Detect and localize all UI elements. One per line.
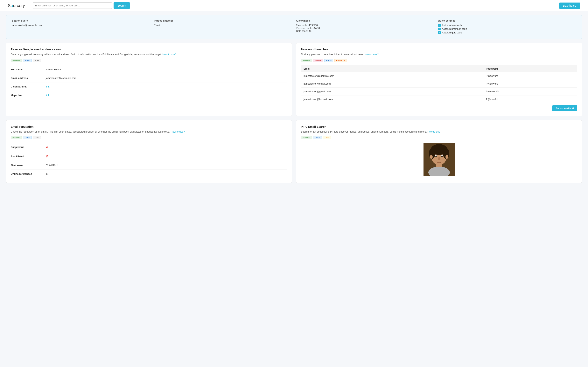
tag-free: Free <box>33 59 41 62</box>
email-address-row: Email address jamesfoster@example.com <box>11 74 287 83</box>
free-tools-value: Free tools: 439/500 <box>296 24 434 27</box>
svg-point-12 <box>430 155 433 159</box>
table-row: jamesfoster@example.com P@ssword <box>301 72 577 80</box>
allowances-label: Allowances <box>296 19 434 22</box>
tag-passive-pipl: Passive <box>301 136 312 139</box>
email-col-header: Email <box>301 65 483 72</box>
svg-point-11 <box>441 156 443 157</box>
maps-link-value[interactable]: link <box>46 94 50 97</box>
blacklisted-row: Blacklisted ✗ <box>11 152 287 161</box>
email-reputation-desc: Check the reputation of an email. Find f… <box>11 130 287 134</box>
tag-email-pipl: Email <box>313 136 322 139</box>
table-row: jamesfoster@email.com P@ssword <box>301 80 577 87</box>
breach-email-cell: jamesfoster@email.com <box>301 80 483 87</box>
gold-tools-value: Gold tools: 4/5 <box>296 30 434 33</box>
reverse-google-card: Reverse Google email address search Give… <box>6 43 292 116</box>
quick-settings-section: Quick settings ✓ Autorun free tools ✓ Au… <box>438 19 576 35</box>
calendar-link-row: Calendar link link <box>11 83 287 91</box>
search-bar: Search <box>33 2 130 9</box>
maps-link-row: Maps link link <box>11 91 287 99</box>
autorun-premium-label: Autorun premium tools <box>442 27 467 30</box>
suspicious-value: ✗ <box>46 145 48 149</box>
email-reputation-how-to[interactable]: How to use? <box>171 130 185 133</box>
parsed-datatype-value: Email <box>154 24 292 27</box>
breach-password-cell: P@ssword <box>483 72 577 80</box>
tag-free-rep: Free <box>33 136 41 139</box>
email-reputation-card: Email reputation Check the reputation of… <box>6 120 292 183</box>
pipl-tags: Passive Email Gold <box>301 136 577 139</box>
tag-passive-breach: Passive <box>301 59 312 62</box>
reverse-google-title: Reverse Google email address search <box>11 48 287 51</box>
tag-email-rep: Email <box>23 136 32 139</box>
autorun-free-item[interactable]: ✓ Autorun free tools <box>438 24 576 27</box>
password-breaches-tags: Passive Breach Email Premium <box>301 59 577 62</box>
premium-tools-value: Premium tools: 37/50 <box>296 27 434 30</box>
summary-bar: Search query jamesfoster@example.com Par… <box>6 15 582 39</box>
allowances-section: Allowances Free tools: 439/500 Premium t… <box>296 19 434 35</box>
breach-password-cell: P@ssword <box>483 80 577 87</box>
password-breaches-title: Password breaches <box>301 48 577 51</box>
tag-email: Email <box>23 59 32 62</box>
email-reputation-tags: Passive Email Free <box>11 136 287 139</box>
email-address-value: jamesfoster@example.com <box>46 77 76 80</box>
full-name-label: Full name <box>11 68 46 71</box>
pipl-desc: Search for an email using PIPL to uncove… <box>301 130 577 134</box>
first-seen-row: First seen 02/01/2014 <box>11 161 287 170</box>
email-reputation-title: Email reputation <box>11 125 287 128</box>
password-breaches-desc: Find any password breaches linked to an … <box>301 52 577 56</box>
calendar-link-label: Calendar link <box>11 85 46 88</box>
tag-passive-rep: Passive <box>11 136 22 139</box>
autorun-gold-item[interactable]: ✓ Autorun gold tools <box>438 31 576 34</box>
password-breaches-how-to[interactable]: How to use? <box>365 53 378 56</box>
logo: Sourcery <box>8 3 25 8</box>
maps-link-label: Maps link <box>11 94 46 97</box>
dashboard-button[interactable]: Dashboard <box>559 2 580 9</box>
autorun-premium-checkbox[interactable]: ✓ <box>438 28 441 30</box>
breach-table: Email Password jamesfoster@example.com P… <box>301 65 577 103</box>
tag-premium: Premium <box>335 59 346 62</box>
main-grid: Reverse Google email address search Give… <box>6 43 582 183</box>
parsed-datatype-section: Parsed datatype Email <box>154 19 292 35</box>
table-row: jamesfoster@hotmail.com P@ssw0rd <box>301 95 577 103</box>
search-query-value: jamesfoster@example.com <box>12 24 150 27</box>
header: Sourcery Search Dashboard <box>0 0 588 11</box>
reverse-google-how-to[interactable]: How to use? <box>162 53 176 56</box>
full-name-value: James Foster <box>46 68 61 71</box>
autorun-free-label: Autorun free tools <box>442 24 462 27</box>
breach-password-cell: P@ssw0rd <box>483 95 577 103</box>
autorun-gold-label: Autorun gold tools <box>442 31 462 34</box>
search-button[interactable]: Search <box>114 2 130 9</box>
suspicious-row: Suspicious ✗ <box>11 142 287 152</box>
search-input[interactable] <box>33 2 112 9</box>
autorun-free-checkbox[interactable]: ✓ <box>438 24 441 27</box>
calendar-link-value[interactable]: link <box>46 85 50 88</box>
search-query-section: Search query jamesfoster@example.com <box>12 19 150 35</box>
tag-breach: Breach <box>313 59 323 62</box>
online-refs-label: Online references <box>11 172 46 175</box>
tag-passive: Passive <box>11 59 22 62</box>
quick-settings-label: Quick settings <box>438 19 576 22</box>
pipl-how-to[interactable]: How to use? <box>427 130 441 133</box>
online-refs-row: Online references 11 <box>11 170 287 178</box>
enhance-ai-button[interactable]: Enhance with AI <box>552 105 577 111</box>
tag-gold-pipl: Gold <box>323 136 331 139</box>
breach-table-header: Email Password <box>301 65 577 72</box>
person-photo <box>423 143 455 176</box>
pipl-card: PIPL Email Search Search for an email us… <box>296 120 582 183</box>
full-name-row: Full name James Foster <box>11 65 287 74</box>
blacklisted-label: Blacklisted <box>11 155 46 158</box>
email-address-label: Email address <box>11 77 46 80</box>
autorun-gold-checkbox[interactable]: ✓ <box>438 31 441 34</box>
first-seen-label: First seen <box>11 164 46 167</box>
breach-email-cell: jamesfoster@gmail.com <box>301 87 483 95</box>
online-refs-value: 11 <box>46 172 48 175</box>
password-col-header: Password <box>483 65 577 72</box>
breach-email-cell: jamesfoster@hotmail.com <box>301 95 483 103</box>
reverse-google-tags: Passive Email Free <box>11 59 287 62</box>
breach-email-cell: jamesfoster@example.com <box>301 72 483 80</box>
search-query-label: Search query <box>12 19 150 22</box>
parsed-datatype-label: Parsed datatype <box>154 19 292 22</box>
autorun-premium-item[interactable]: ✓ Autorun premium tools <box>438 27 576 30</box>
breach-password-cell: Password1! <box>483 87 577 95</box>
suspicious-label: Suspicious <box>11 146 46 149</box>
